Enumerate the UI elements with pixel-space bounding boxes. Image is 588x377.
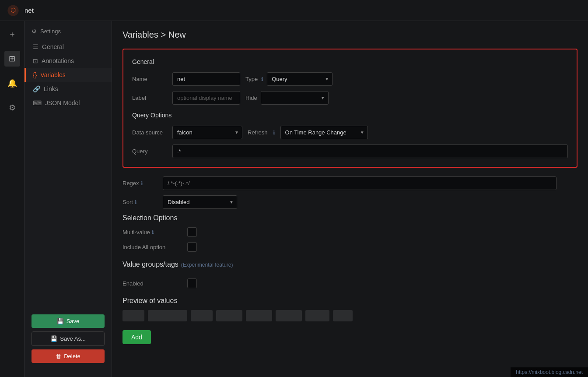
enabled-label: Enabled	[122, 280, 184, 287]
annotations-icon: ⊡	[33, 57, 38, 64]
regex-input[interactable]	[163, 176, 556, 190]
enabled-checkbox[interactable]	[187, 278, 197, 288]
save-as-button[interactable]: 💾 Save As...	[32, 331, 105, 346]
hide-select-wrapper: Label Variable ▼	[261, 91, 329, 105]
bottom-url-text: https://mixboot.blog.csdn.net	[516, 369, 583, 375]
page-title: Variables > New	[122, 30, 578, 40]
save-as-icon: 💾	[50, 335, 57, 342]
include-all-row: Include All option	[122, 242, 578, 252]
name-label: Name	[132, 76, 167, 82]
multi-value-info-icon[interactable]: ℹ	[152, 229, 154, 235]
preview-section: Preview of values	[122, 297, 578, 321]
query-label: Query	[132, 148, 167, 155]
preview-chip-2	[148, 310, 187, 321]
topbar: ⬡ net	[0, 0, 588, 21]
query-input[interactable]	[172, 144, 568, 158]
add-button[interactable]: Add	[122, 330, 151, 344]
label-input[interactable]	[172, 91, 240, 105]
multi-value-checkbox[interactable]	[187, 227, 197, 237]
name-input[interactable]	[172, 72, 240, 86]
multi-value-row: Multi-value ℹ	[122, 227, 578, 237]
hide-wrapper: Hide Label Variable ▼	[245, 91, 329, 105]
label-hide-row: Label Hide Label Variable ▼	[132, 91, 568, 105]
icon-bar: ＋ ⊞ 🔔 ⚙	[0, 21, 24, 377]
bottom-url-bar: https://mixboot.blog.csdn.net	[511, 367, 588, 377]
refresh-info-icon[interactable]: ℹ	[273, 130, 275, 136]
sidebar-item-general[interactable]: ☰ General	[24, 40, 112, 54]
datasource-label: Data source	[132, 129, 167, 136]
json-icon: ⌨	[33, 99, 42, 106]
preview-chip-7	[305, 310, 329, 321]
topbar-title: net	[24, 7, 34, 14]
value-groups-subtitle: (Experimental feature)	[181, 262, 233, 268]
sort-label: Sort ℹ	[122, 199, 158, 205]
refresh-select[interactable]: On Time Range Change Never On Dashboard …	[280, 126, 368, 139]
sort-info-icon[interactable]: ℹ	[135, 199, 137, 205]
grafana-logo-icon: ⬡	[7, 4, 19, 17]
value-groups-title: Value groups/tags	[122, 261, 178, 268]
regex-label: Regex ℹ	[122, 180, 158, 187]
trash-icon: 🗑	[56, 353, 61, 359]
multi-value-label: Multi-value ℹ	[122, 229, 184, 236]
sidebar: ⚙ Settings ☰ General ⊡ Annotations {} Va…	[24, 21, 112, 377]
icon-bar-add[interactable]: ＋	[4, 26, 20, 42]
sidebar-item-links[interactable]: 🔗 Links	[24, 82, 112, 96]
query-options-title: Query Options	[132, 112, 568, 119]
include-all-checkbox[interactable]	[187, 242, 197, 252]
regex-row: Regex ℹ	[122, 176, 578, 190]
type-select[interactable]: Query Custom Text box Constant Datasourc…	[267, 72, 332, 86]
sort-select[interactable]: Disabled Alphabetical (asc) Alphabetical…	[163, 195, 237, 209]
type-wrapper: Type ℹ Query Custom Text box Constant Da…	[245, 72, 332, 86]
general-panel: General Name Type ℹ Query Custom Text bo…	[122, 49, 578, 168]
preview-title: Preview of values	[122, 297, 578, 305]
hide-select[interactable]: Label Variable	[261, 91, 329, 105]
save-icon: 💾	[57, 318, 64, 324]
preview-chip-5	[246, 310, 272, 321]
selection-options-section: Selection Options Multi-value ℹ Include …	[122, 214, 578, 252]
variables-icon: {}	[33, 71, 37, 78]
sidebar-item-annotations[interactable]: ⊡ Annotations	[24, 54, 112, 68]
datasource-select-wrapper: falcon prometheus ▼	[172, 126, 242, 139]
datasource-refresh-row: Data source falcon prometheus ▼ Refresh …	[132, 126, 568, 139]
type-info-icon[interactable]: ℹ	[261, 76, 263, 82]
refresh-label: Refresh	[248, 129, 268, 136]
refresh-select-wrapper: On Time Range Change Never On Dashboard …	[280, 126, 368, 139]
query-row: Query	[132, 144, 568, 158]
include-all-label: Include All option	[122, 244, 184, 250]
label-label: Label	[132, 95, 167, 101]
sidebar-buttons: 💾 Save 💾 Save As... 🗑 Delete	[24, 307, 112, 370]
sidebar-item-json-model[interactable]: ⌨ JSON Model	[24, 96, 112, 110]
general-icon: ☰	[33, 43, 38, 50]
sort-row: Sort ℹ Disabled Alphabetical (asc) Alpha…	[122, 195, 578, 209]
sort-select-wrapper: Disabled Alphabetical (asc) Alphabetical…	[163, 195, 237, 209]
preview-chip-8	[333, 310, 353, 321]
preview-chip-4	[216, 310, 242, 321]
regex-info-icon[interactable]: ℹ	[141, 180, 143, 187]
gear-icon: ⚙	[32, 28, 37, 35]
enabled-row: Enabled	[122, 278, 578, 288]
links-icon: 🔗	[33, 85, 40, 92]
type-label: Type	[245, 76, 258, 82]
value-groups-section: Value groups/tags (Experimental feature)…	[122, 261, 578, 288]
icon-bar-gear[interactable]: ⚙	[4, 100, 20, 116]
preview-chip-3	[191, 310, 213, 321]
icon-bar-alert[interactable]: 🔔	[4, 75, 20, 91]
preview-chips	[122, 310, 578, 321]
content-area: Variables > New General Name Type ℹ Quer…	[112, 21, 588, 377]
type-select-wrapper: Query Custom Text box Constant Datasourc…	[267, 72, 332, 86]
delete-button[interactable]: 🗑 Delete	[32, 349, 105, 363]
save-button[interactable]: 💾 Save	[32, 314, 105, 328]
datasource-select[interactable]: falcon prometheus	[172, 126, 242, 139]
sidebar-item-variables[interactable]: {} Variables	[24, 68, 112, 82]
sidebar-section-title: ⚙ Settings	[24, 28, 112, 40]
selection-options-title: Selection Options	[122, 214, 578, 222]
preview-chip-1	[122, 310, 144, 321]
svg-text:⬡: ⬡	[10, 7, 16, 14]
hide-label: Hide	[245, 95, 257, 101]
preview-chip-6	[276, 310, 302, 321]
general-section-title: General	[132, 58, 568, 65]
icon-bar-grid[interactable]: ⊞	[4, 51, 20, 67]
name-type-row: Name Type ℹ Query Custom Text box Consta…	[132, 72, 568, 86]
